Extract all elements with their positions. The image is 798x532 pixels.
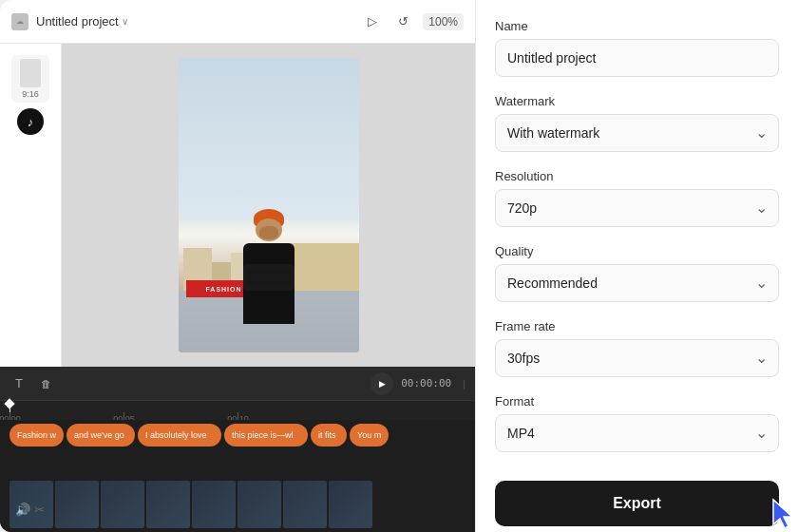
caption-chip[interactable]: You m bbox=[350, 424, 389, 446]
framerate-field-group: Frame rate 30fps 24fps 60fps bbox=[495, 319, 779, 377]
quality-select-wrapper: Recommended High Low bbox=[495, 264, 779, 302]
project-title[interactable]: Untitled project ∨ bbox=[36, 14, 128, 28]
caption-chip[interactable]: I absolutely love bbox=[138, 424, 221, 446]
export-panel: Name Watermark With watermark Without wa… bbox=[475, 0, 798, 532]
name-field-group: Name bbox=[495, 19, 779, 77]
app-logo: ☁ bbox=[11, 13, 28, 30]
scissors-icon[interactable]: ✂ bbox=[34, 503, 45, 517]
caption-chip[interactable]: this piece is—wl bbox=[224, 424, 308, 446]
time-separator: | bbox=[463, 378, 466, 390]
video-strip bbox=[10, 481, 475, 528]
timeline-tracks: Fashion w and we've go I absolutely love… bbox=[0, 420, 475, 532]
format-select-wrapper: MP4 MOV AVI bbox=[495, 414, 779, 452]
cursor-arrow-icon bbox=[771, 498, 798, 530]
video-preview: FASHION bbox=[179, 58, 359, 352]
title-chevron-icon: ∨ bbox=[122, 16, 128, 27]
export-btn-row: Export bbox=[495, 469, 779, 532]
strip-frame bbox=[238, 481, 281, 528]
resolution-select-wrapper: 720p 1080p 4K bbox=[495, 189, 779, 227]
top-bar: ☁ Untitled project ∨ ▷ ↺ 100% bbox=[0, 0, 475, 44]
quality-select[interactable]: Recommended High Low bbox=[495, 264, 779, 302]
quality-label: Quality bbox=[495, 244, 779, 258]
timeline-toolbar: T 🗑 ▶ 00:00:00 | bbox=[0, 367, 475, 401]
framerate-select-wrapper: 30fps 24fps 60fps bbox=[495, 339, 779, 377]
caption-chip[interactable]: Fashion w bbox=[10, 424, 64, 446]
person-figure bbox=[243, 209, 294, 324]
resolution-select[interactable]: 720p 1080p 4K bbox=[495, 189, 779, 227]
strip-frame bbox=[283, 481, 327, 528]
strip-frame bbox=[55, 481, 99, 528]
undo-icon[interactable]: ↺ bbox=[392, 11, 413, 32]
aspect-9-16[interactable]: 9:16 bbox=[11, 55, 49, 103]
watermark-field-group: Watermark With watermark Without waterma… bbox=[495, 94, 779, 152]
strip-frame bbox=[146, 481, 190, 528]
caption-chip[interactable]: and we've go bbox=[66, 424, 135, 446]
format-field-group: Format MP4 MOV AVI bbox=[495, 394, 779, 452]
format-select[interactable]: MP4 MOV AVI bbox=[495, 414, 779, 452]
export-button[interactable]: Export bbox=[495, 481, 779, 526]
select-tool-icon[interactable]: ▷ bbox=[362, 11, 383, 32]
watermark-select-wrapper: With watermark Without watermark bbox=[495, 114, 779, 152]
volume-icon[interactable]: 🔊 bbox=[15, 503, 30, 517]
name-input[interactable] bbox=[495, 39, 779, 77]
editor-area: ☁ Untitled project ∨ ▷ ↺ 100% 9:16 ♪ bbox=[0, 0, 475, 532]
resolution-field-group: Resolution 720p 1080p 4K bbox=[495, 169, 779, 227]
aspect-panel: 9:16 ♪ bbox=[0, 44, 62, 367]
framerate-label: Frame rate bbox=[495, 319, 779, 333]
caption-track: Fashion w and we've go I absolutely love… bbox=[10, 424, 475, 448]
format-label: Format bbox=[495, 394, 779, 408]
aspect-thumb bbox=[20, 59, 41, 87]
zoom-level[interactable]: 100% bbox=[423, 13, 464, 30]
quality-field-group: Quality Recommended High Low bbox=[495, 244, 779, 302]
delete-tool-icon[interactable]: 🗑 bbox=[36, 374, 55, 393]
tiktok-icon[interactable]: ♪ bbox=[17, 108, 44, 135]
time-display: 00:00:00 bbox=[401, 377, 451, 390]
play-button[interactable]: ▶ bbox=[370, 372, 393, 395]
framerate-select[interactable]: 30fps 24fps 60fps bbox=[495, 339, 779, 377]
strip-frame bbox=[101, 481, 144, 528]
aspect-label: 9:16 bbox=[22, 89, 39, 99]
top-bar-tools: ▷ ↺ 100% bbox=[362, 11, 464, 32]
watermark-label: Watermark bbox=[495, 94, 779, 108]
strip-frame bbox=[329, 481, 372, 528]
svg-marker-0 bbox=[773, 500, 792, 528]
resolution-label: Resolution bbox=[495, 169, 779, 183]
name-label: Name bbox=[495, 19, 779, 33]
timeline-ruler: 00:00 00:05 00:10 bbox=[0, 401, 475, 420]
text-tool-icon[interactable]: T bbox=[10, 374, 28, 393]
watermark-select[interactable]: With watermark Without watermark bbox=[495, 114, 779, 152]
canvas-area: FASHION bbox=[62, 44, 475, 367]
caption-chip[interactable]: it fits bbox=[311, 424, 347, 446]
timeline-area: T 🗑 ▶ 00:00:00 | 00:00 00:05 bbox=[0, 367, 475, 532]
strip-frame bbox=[192, 481, 236, 528]
